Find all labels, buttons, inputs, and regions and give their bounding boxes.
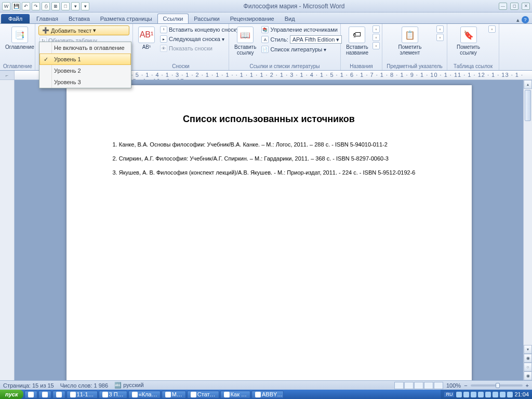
lang-indicator[interactable]: RU	[444, 391, 455, 397]
tb-quick1[interactable]	[24, 391, 37, 398]
list-item: Якушев, А. В. Философия (конспект лекций…	[111, 167, 428, 178]
scrollbar-vertical[interactable]: ▴ ▾ ◉ ○ ◉	[523, 80, 532, 380]
dd-item-level2[interactable]: Уровень 2	[39, 65, 131, 76]
taskbar-item[interactable]: М…	[162, 391, 186, 398]
manage-sources-button[interactable]: 📚Управление источниками	[260, 25, 343, 34]
save-icon[interactable]: 💾	[12, 2, 20, 10]
tray-icon[interactable]	[463, 392, 469, 397]
tab-references[interactable]: Ссылки	[157, 14, 189, 23]
open-icon[interactable]: ▾	[71, 2, 79, 10]
idx-sm1-icon[interactable]: ▫	[436, 25, 444, 33]
scroll-thumb[interactable]	[525, 90, 531, 121]
zoom-out-icon[interactable]: −	[464, 382, 467, 389]
mark-entry-button[interactable]: 📋Пометить элемент	[385, 25, 434, 57]
dd-item-level1[interactable]: ✓Уровень 1	[39, 54, 131, 65]
close-button[interactable]: ✕	[522, 3, 530, 10]
tray-icon[interactable]	[485, 392, 491, 397]
auth-sm-icon[interactable]: ▫	[488, 25, 496, 33]
dd-item-level3[interactable]: Уровень 3	[39, 76, 131, 88]
app-icon	[224, 392, 230, 397]
undo-icon[interactable]: ↶	[22, 2, 30, 10]
ribbon-tabs: Файл Главная Вставка Разметка страницы С…	[0, 12, 532, 24]
taskbar-item[interactable]: 11-1…	[66, 391, 98, 398]
view-print-icon[interactable]	[394, 382, 404, 389]
new-icon[interactable]: □	[61, 2, 70, 10]
tab-layout[interactable]: Разметка страницы	[95, 14, 157, 23]
show-footnotes-button[interactable]: 👁Показать сноски	[159, 44, 240, 52]
zoom-thumb[interactable]	[496, 383, 500, 388]
taskbar-item[interactable]: «Кла…	[128, 391, 161, 398]
insert-caption-button[interactable]: 🏷Вставить название	[344, 25, 370, 57]
print-icon[interactable]: ⎙	[42, 2, 50, 10]
browse-icon[interactable]: ○	[524, 363, 532, 371]
index-icon: 📋	[402, 26, 418, 43]
style-select[interactable]: APA Fifth Edition▾	[290, 35, 342, 44]
zoom-in-icon[interactable]: +	[526, 382, 529, 389]
status-lang[interactable]: 🔤 русский	[114, 382, 144, 389]
taskbar-item[interactable]: ABBY…	[251, 391, 284, 398]
insert-endnote-button[interactable]: ¹Вставить концевую сноску	[159, 25, 240, 34]
help-icon[interactable]: ?	[522, 16, 529, 23]
tab-mailings[interactable]: Рассылки	[189, 14, 224, 23]
cap-sm3-icon[interactable]: ▫	[373, 42, 380, 49]
ruler-vertical[interactable]	[0, 80, 15, 380]
tab-insert[interactable]: Вставка	[63, 14, 95, 23]
redo-icon[interactable]: ↷	[32, 2, 40, 10]
bibliography-button[interactable]: 📄Список литературы ▾	[260, 45, 343, 54]
tray-icon[interactable]	[500, 392, 506, 397]
status-words[interactable]: Число слов: 1 986	[60, 382, 108, 389]
next-page-icon[interactable]: ◉	[524, 371, 532, 380]
tray-icon[interactable]	[478, 392, 484, 397]
tab-file[interactable]: Файл	[1, 14, 30, 23]
tray-icon[interactable]	[456, 392, 462, 397]
view-web-icon[interactable]	[414, 382, 423, 389]
idx-sm2-icon[interactable]: ▫	[436, 34, 444, 41]
view-read-icon[interactable]	[404, 382, 414, 389]
cap-sm2-icon[interactable]: ▫	[373, 34, 380, 41]
view-outline-icon[interactable]	[424, 382, 433, 389]
ribbon-min-icon[interactable]: ▴	[516, 17, 520, 23]
insert-footnote-button[interactable]: AB¹AB¹	[136, 25, 157, 51]
add-text-button[interactable]: ➕Добавить текст▾	[38, 25, 129, 35]
maximize-button[interactable]: ◻	[510, 3, 518, 10]
tray-icon[interactable]	[507, 392, 513, 397]
ruler-corner[interactable]: ⌐	[0, 71, 15, 79]
bibl-icon: 📄	[261, 46, 269, 53]
start-button[interactable]: пуск	[0, 390, 23, 399]
word-icon[interactable]: W	[2, 2, 10, 10]
zoom-label[interactable]: 100%	[446, 382, 461, 389]
app-icon	[28, 392, 34, 397]
tray-icon[interactable]	[493, 392, 498, 397]
dd-item-none[interactable]: Не включать в оглавление	[39, 42, 131, 54]
tb-quick2[interactable]	[38, 391, 51, 398]
taskbar-item[interactable]: Как …	[220, 391, 250, 398]
next-icon: ▸	[160, 35, 167, 43]
next-footnote-button[interactable]: ▸Следующая сноска ▾	[159, 35, 240, 43]
taskbar-item[interactable]: Стат…	[187, 391, 219, 398]
group-authorities: Таблица ссылок	[450, 62, 496, 69]
scroll-up-icon[interactable]: ▴	[524, 80, 532, 89]
group-toc: Оглавление	[3, 62, 32, 69]
tab-review[interactable]: Рецензирование	[225, 14, 280, 23]
workspace: Список использованных источников Канке, …	[0, 80, 532, 380]
cap-sm1-icon[interactable]: ▫	[373, 25, 380, 33]
mark-citation-button[interactable]: 🔖Пометить ссылку	[450, 25, 486, 57]
view-draft-icon[interactable]	[434, 382, 443, 389]
scroll-down-icon[interactable]: ▾	[524, 345, 532, 354]
list-item: Спиркин, А.Г. Философия: Учебник/А.Г. Сп…	[111, 153, 428, 164]
qat-more-icon[interactable]: ▾	[81, 2, 89, 10]
zoom-slider[interactable]	[471, 384, 523, 387]
tb-quick3[interactable]	[52, 391, 65, 398]
document-area[interactable]: Список использованных источников Канке, …	[15, 80, 523, 380]
tab-home[interactable]: Главная	[31, 14, 63, 23]
prev-page-icon[interactable]: ◉	[524, 354, 532, 363]
toc-button[interactable]: 📑Оглавление	[3, 25, 36, 51]
preview-icon[interactable]: 🗎	[51, 2, 60, 10]
page[interactable]: Список использованных источников Канке, …	[66, 85, 472, 380]
status-page[interactable]: Страница: 15 из 15	[3, 382, 54, 389]
tray-icon[interactable]	[471, 392, 476, 397]
tab-view[interactable]: Вид	[280, 14, 300, 23]
taskbar-item[interactable]: 3 П…	[99, 391, 127, 398]
minimize-button[interactable]: ―	[499, 3, 507, 10]
clock[interactable]: 21:04	[514, 391, 529, 397]
